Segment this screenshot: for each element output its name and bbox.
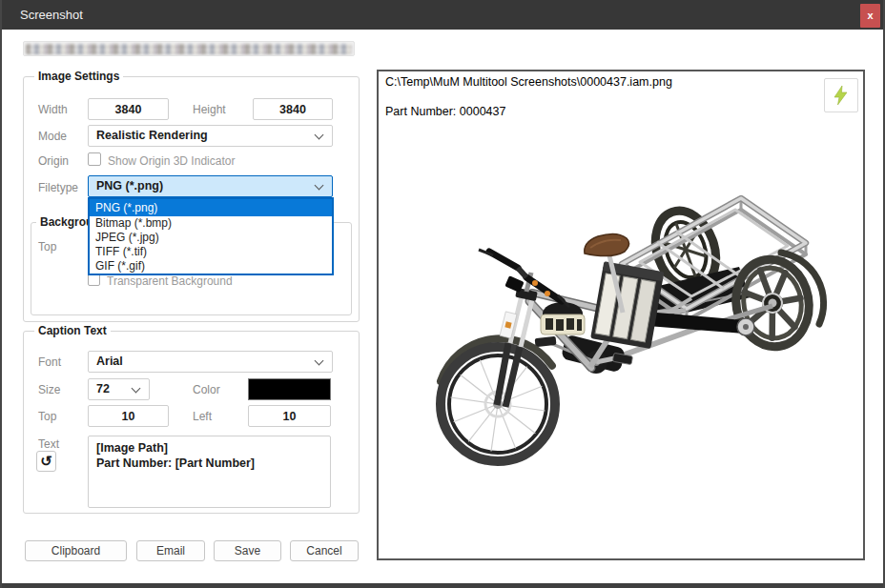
image-settings-legend: Image Settings [34,70,123,83]
reset-text-button[interactable]: ↺ [36,451,56,472]
caption-text-input[interactable]: [Image Path] Part Number: [Part Number] [88,436,331,508]
size-label: Size [38,383,60,396]
caption-top-label: Top [38,410,56,423]
filetype-option-gif[interactable]: GIF (*.gif) [90,259,332,274]
font-select[interactable]: Arial [88,351,333,373]
origin-checkbox-label: Show Origin 3D Indicator [108,154,235,168]
close-icon: x [867,10,873,21]
size-value: 72 [96,382,110,395]
window-bottom-border [2,583,883,588]
filetype-option-png[interactable]: PNG (*.png) [90,199,332,216]
redacted-path-field [23,41,355,56]
background-top-label: Top [38,240,56,253]
origin-label: Origin [38,154,69,168]
bike-3d-render [436,172,836,467]
mode-select[interactable]: Realistic Rendering [88,125,333,147]
lightning-bolt-icon [831,85,852,106]
undo-icon: ↺ [40,453,52,469]
preview-panel: C:\Temp\MuM Multitool Screenshots\000043… [377,70,865,560]
width-input[interactable] [88,98,169,120]
text-label: Text [38,437,59,451]
mode-value: Realistic Rendering [96,129,208,142]
filetype-value: PNG (*.png) [96,179,163,193]
origin-checkbox[interactable] [88,152,101,166]
chevron-down-icon [315,356,324,366]
caption-left-label: Left [193,410,212,423]
preview-caption: C:\Temp\MuM Multitool Screenshots\000043… [385,75,672,120]
filetype-option-tif[interactable]: TIFF (*.tif) [90,245,332,259]
caption-text-legend: Caption Text [34,324,111,337]
color-swatch[interactable] [248,378,331,400]
chevron-down-icon [132,384,141,394]
font-label: Font [38,355,61,369]
preview-caption-line2: Part Number: 0000437 [385,105,505,118]
filetype-select[interactable]: PNG (*.png) [88,175,333,197]
title-bar: Screenshot [2,0,883,30]
filetype-option-bmp[interactable]: Bitmap (*.bmp) [90,216,332,231]
height-input[interactable] [253,98,333,120]
window-title: Screenshot [20,8,83,22]
caption-left-input[interactable] [248,405,331,427]
color-label: Color [193,383,220,396]
chevron-down-icon [315,131,324,140]
screenshot-dialog: Screenshot x Image Settings Width Height… [0,0,885,588]
clipboard-button[interactable]: Clipboard [25,540,127,561]
filetype-option-jpg[interactable]: JPEG (*.jpg) [90,231,332,245]
size-select[interactable]: 72 [88,378,150,400]
preview-caption-line1: C:\Temp\MuM Multitool Screenshots\000043… [385,75,672,89]
chevron-down-icon [315,181,324,191]
filetype-dropdown-list: PNG (*.png) Bitmap (*.bmp) JPEG (*.jpg) … [88,197,334,275]
filetype-label: Filetype [38,181,78,194]
height-label: Height [193,103,226,116]
redacted-blur [26,44,352,54]
font-value: Arial [96,355,123,368]
close-button[interactable]: x [860,4,880,28]
transparent-background-label: Transparent Background [107,274,233,288]
refresh-preview-button[interactable] [824,78,858,112]
caption-top-input[interactable] [88,405,169,427]
width-label: Width [38,103,68,116]
save-button[interactable]: Save [214,540,281,561]
cancel-button[interactable]: Cancel [290,540,359,561]
email-button[interactable]: Email [136,540,205,561]
mode-label: Mode [38,130,67,143]
